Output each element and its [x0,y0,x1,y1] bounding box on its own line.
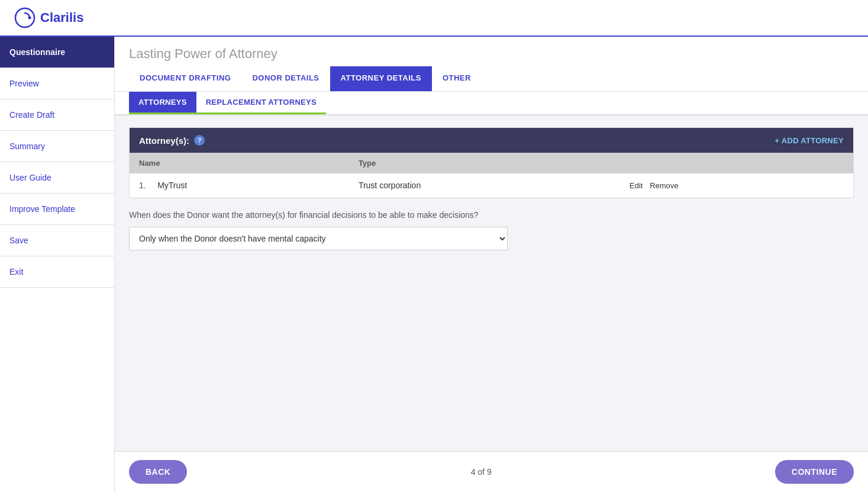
attorney-actions: Edit Remove [615,173,853,198]
decision-question-label: When does the Donor want the attorney(s)… [129,208,854,222]
tab-document-drafting[interactable]: DOCUMENT DRAFTING [129,66,241,91]
attorney-name: MyTrust [157,181,187,190]
decision-question-area: When does the Donor want the attorney(s)… [129,208,854,250]
svg-point-1 [28,17,31,20]
main-layout: Questionnaire Preview Create Draft Summa… [0,37,868,492]
attorney-box: Attorney(s): ? + ADD ATTORNEY Name Type [129,127,854,198]
app-header: Clarilis [0,0,868,37]
edit-attorney-link[interactable]: Edit [630,181,643,190]
sidebar-item-create-draft[interactable]: Create Draft [0,99,114,131]
svg-point-0 [15,8,34,27]
sidebar-item-user-guide[interactable]: User Guide [0,162,114,194]
attorney-box-header: Attorney(s): ? + ADD ATTORNEY [130,128,853,153]
table-row: 1. MyTrust Trust corporation Edit Remove [130,173,853,198]
main-content: Lasting Power of Attorney DOCUMENT DRAFT… [115,37,868,492]
col-header-type: Type [349,153,615,173]
sub-tabs: ATTORNEYS REPLACEMENT ATTORNEYS [115,92,868,115]
sidebar-item-summary[interactable]: Summary [0,131,114,162]
decision-select[interactable]: Only when the Donor doesn't have mental … [129,227,508,250]
subtab-replacement-attorneys[interactable]: REPLACEMENT ATTORNEYS [196,92,326,114]
attorney-type: Trust corporation [349,173,615,198]
sidebar-item-exit[interactable]: Exit [0,256,114,288]
top-tabs: DOCUMENT DRAFTING DONOR DETAILS ATTORNEY… [115,66,868,92]
attorney-help-icon[interactable]: ? [194,135,205,146]
back-button[interactable]: BACK [129,460,187,484]
footer: BACK 4 of 9 CONTINUE [115,451,868,492]
sidebar-item-save[interactable]: Save [0,225,114,256]
tab-attorney-details[interactable]: ATTORNEY DETAILS [330,66,432,91]
col-header-actions [615,153,853,173]
clarilis-logo-icon [14,7,36,28]
attorney-table: Name Type 1. MyTrust Trust [130,153,853,198]
inner-content: Attorney(s): ? + ADD ATTORNEY Name Type [115,115,868,451]
subtab-attorneys[interactable]: ATTORNEYS [129,92,196,114]
attorney-title: Attorney(s): ? [139,135,205,146]
add-attorney-button[interactable]: + ADD ATTORNEY [775,136,844,145]
sidebar-item-preview[interactable]: Preview [0,68,114,99]
remove-attorney-link[interactable]: Remove [650,181,678,190]
page-title: Lasting Power of Attorney [115,37,868,66]
logo-text: Clarilis [40,10,83,25]
tab-other[interactable]: OTHER [432,66,482,91]
sidebar: Questionnaire Preview Create Draft Summa… [0,37,115,492]
sidebar-item-questionnaire[interactable]: Questionnaire [0,37,114,68]
logo-area: Clarilis [14,7,83,28]
sidebar-item-improve-template[interactable]: Improve Template [0,194,114,225]
continue-button[interactable]: CONTINUE [775,460,854,484]
tab-donor-details[interactable]: DONOR DETAILS [241,66,330,91]
attorney-row-name: 1. MyTrust [130,173,349,198]
page-indicator: 4 of 9 [471,467,492,477]
table-header-row: Name Type [130,153,853,173]
row-number: 1. [139,181,146,190]
col-header-name: Name [130,153,349,173]
